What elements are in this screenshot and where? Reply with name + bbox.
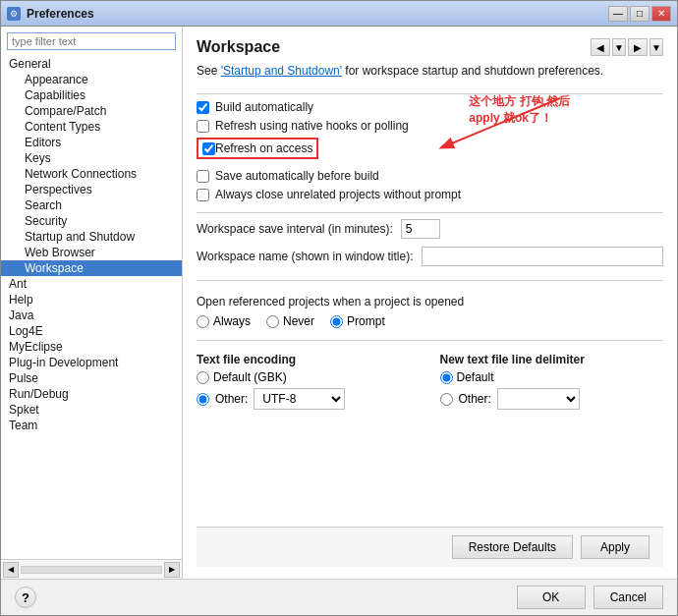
scrollbar-inner: ◀ ▶: [1, 562, 182, 578]
delimiter-default-radio[interactable]: [440, 371, 453, 384]
sidebar-item-plugin-dev[interactable]: Plug-in Development: [1, 355, 182, 370]
sidebar-item-ant[interactable]: Ant: [1, 276, 182, 292]
save-interval-row: Workspace save interval (in minutes):: [197, 219, 663, 239]
encoding-other-radio[interactable]: [197, 393, 209, 406]
sidebar-item-workspace[interactable]: Workspace: [1, 260, 182, 276]
nav-forward-btn[interactable]: ▶: [628, 38, 648, 56]
delimiter-other-row: Other: Windows Unix Mac OS 9: [440, 388, 664, 410]
save-interval-label: Workspace save interval (in minutes):: [197, 222, 393, 236]
close-unrelated-label: Always close unrelated projects without …: [215, 188, 461, 201]
divider-encoding: [197, 340, 663, 341]
delimiter-other-radio[interactable]: [440, 393, 453, 406]
build-auto-checkbox[interactable]: [197, 101, 209, 114]
sidebar-item-network-connections[interactable]: Network Connections: [1, 166, 182, 182]
cancel-button[interactable]: Cancel: [593, 586, 663, 609]
radio-always: Always: [197, 314, 251, 328]
sidebar-item-search[interactable]: Search: [1, 197, 182, 213]
title-bar: ⚙ Preferences — □ ✕: [1, 1, 677, 27]
checkbox-save-before-build: Save automatically before build: [197, 169, 663, 183]
sidebar-item-java[interactable]: Java: [1, 308, 182, 323]
sidebar-item-team[interactable]: Team: [1, 418, 182, 433]
radio-never: Never: [266, 314, 314, 328]
sidebar-item-myeclipse[interactable]: MyEclipse: [1, 339, 182, 355]
scroll-right-btn[interactable]: ▶: [164, 562, 180, 578]
nav-back-dropdown[interactable]: ▼: [612, 38, 626, 56]
checkbox-close-unrelated: Always close unrelated projects without …: [197, 188, 663, 201]
desc-text: See: [197, 64, 221, 78]
minimize-button[interactable]: —: [608, 6, 628, 22]
help-button[interactable]: ?: [15, 587, 36, 608]
save-before-build-checkbox[interactable]: [197, 170, 209, 183]
startup-shutdown-link[interactable]: 'Startup and Shutdown': [221, 64, 342, 78]
delimiter-other-label: Other:: [459, 392, 491, 406]
window-controls: — □ ✕: [608, 6, 671, 22]
filter-box: [7, 32, 176, 50]
sidebar-item-perspectives[interactable]: Perspectives: [1, 182, 182, 197]
filter-input[interactable]: [7, 32, 176, 50]
save-before-build-label: Save automatically before build: [215, 169, 379, 183]
delimiter-default-label: Default: [457, 370, 494, 384]
sidebar-scrollbar[interactable]: ◀ ▶: [1, 559, 182, 579]
sidebar-item-startup-shutdown[interactable]: Startup and Shutdow: [1, 229, 182, 245]
window-title-label: Workspace name (shown in window title):: [197, 250, 414, 263]
text-encoding-col: Text file encoding Default (GBK) Other: …: [197, 353, 421, 410]
maximize-button[interactable]: □: [630, 6, 650, 22]
sidebar-item-help[interactable]: Help: [1, 292, 182, 308]
sidebar-item-compare-patch[interactable]: Compare/Patch: [1, 103, 182, 119]
prompt-radio[interactable]: [330, 315, 343, 328]
sidebar-item-security[interactable]: Security: [1, 213, 182, 229]
sidebar-item-capabilities[interactable]: Capabilities: [1, 87, 182, 103]
sidebar-item-keys[interactable]: Keys: [1, 150, 182, 166]
preferences-window: ⚙ Preferences — □ ✕ General Appearance C…: [0, 0, 678, 616]
sidebar-item-content-types[interactable]: Content Types: [1, 119, 182, 135]
delimiter-other-select[interactable]: Windows Unix Mac OS 9: [497, 388, 580, 410]
encoding-gbk-radio[interactable]: [197, 371, 209, 384]
refresh-on-access-row: Refresh on access 这个地方 打钩,然后 a: [197, 138, 663, 164]
ok-button[interactable]: OK: [517, 586, 586, 609]
sidebar-item-pulse[interactable]: Pulse: [1, 370, 182, 386]
sidebar-item-appearance[interactable]: Appearance: [1, 72, 182, 87]
divider-middle: [197, 212, 663, 213]
encoding-other-row: Other: UTF-8 UTF-16 ISO-8859-1: [197, 388, 421, 410]
sidebar-item-editors[interactable]: Editors: [1, 135, 182, 150]
footer-left: ?: [15, 587, 509, 608]
save-interval-input[interactable]: [401, 219, 440, 239]
content-area: Workspace ◀ ▼ ▶ ▼ See 'Startup and Shutd…: [183, 27, 677, 579]
content-description: See 'Startup and Shutdown' for workspace…: [197, 64, 663, 78]
native-hooks-label: Refresh using native hooks or polling: [215, 119, 409, 133]
apply-button[interactable]: Apply: [581, 535, 650, 559]
never-radio[interactable]: [266, 315, 279, 328]
sidebar-item-spket[interactable]: Spket: [1, 402, 182, 418]
build-auto-label: Build automatically: [215, 100, 313, 114]
sidebar-item-general[interactable]: General: [1, 56, 182, 72]
two-col-section: Text file encoding Default (GBK) Other: …: [197, 353, 663, 410]
close-unrelated-checkbox[interactable]: [197, 189, 209, 201]
refresh-on-access-checkbox[interactable]: [202, 142, 215, 155]
nav-back-btn[interactable]: ◀: [591, 38, 610, 56]
scroll-left-btn[interactable]: ◀: [3, 562, 19, 578]
scroll-track[interactable]: [21, 566, 162, 574]
sidebar-item-log4e[interactable]: Log4E: [1, 323, 182, 339]
radio-prompt: Prompt: [330, 314, 385, 328]
referenced-projects-options: Always Never Prompt: [197, 314, 663, 328]
divider-ref: [197, 280, 663, 281]
encoding-other-select[interactable]: UTF-8 UTF-16 ISO-8859-1: [254, 388, 345, 410]
restore-defaults-button[interactable]: Restore Defaults: [452, 535, 573, 559]
always-radio[interactable]: [197, 315, 209, 328]
line-delimiter-title: New text file line delimiter: [440, 353, 664, 366]
close-button[interactable]: ✕: [651, 6, 671, 22]
refresh-on-access-highlight: Refresh on access: [197, 138, 318, 159]
checkbox-native-hooks: Refresh using native hooks or polling: [197, 119, 663, 133]
content-header: Workspace ◀ ▼ ▶ ▼: [197, 38, 663, 56]
sidebar-item-run-debug[interactable]: Run/Debug: [1, 386, 182, 402]
window-title-input[interactable]: [422, 247, 663, 266]
main-content: General Appearance Capabilities Compare/…: [1, 27, 677, 579]
always-label: Always: [213, 314, 251, 328]
checkbox-build-auto: Build automatically: [197, 100, 663, 114]
native-hooks-checkbox[interactable]: [197, 120, 209, 133]
referenced-projects-title: Open referenced projects when a project …: [197, 295, 663, 308]
encoding-gbk-label: Default (GBK): [213, 370, 287, 384]
nav-forward-dropdown[interactable]: ▼: [650, 38, 663, 56]
divider-top: [197, 93, 663, 94]
sidebar-item-web-browser[interactable]: Web Browser: [1, 245, 182, 260]
